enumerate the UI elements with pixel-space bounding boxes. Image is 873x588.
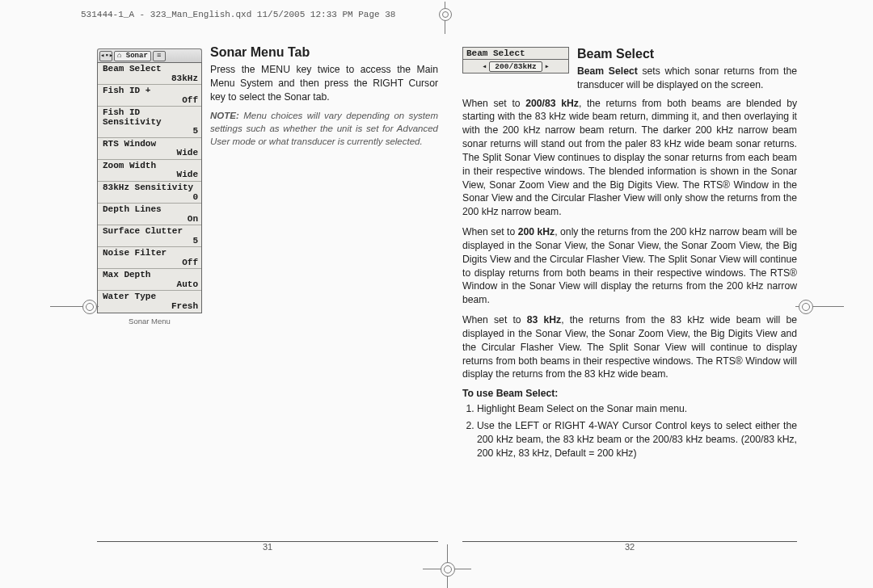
- menu-row: RTS WindowWide: [98, 138, 201, 160]
- para-200: When set to 200 kHz, only the returns fr…: [462, 225, 797, 307]
- reg-mark-left: [50, 282, 99, 330]
- step-item: Use the LEFT or RIGHT 4-WAY Cursor Contr…: [477, 419, 797, 460]
- lead-bold: Beam Select: [577, 65, 638, 77]
- menu-row: Depth LinesOn: [98, 204, 201, 225]
- to-use-heading: To use Beam Select:: [462, 388, 797, 399]
- note-label: NOTE:: [210, 111, 239, 120]
- page-number-left: 31: [97, 542, 438, 552]
- reg-mark-top: [437, 2, 452, 34]
- tab-icon-right: ≡: [153, 51, 166, 61]
- right-page: Beam Select ◂ 200/83kHz ▸ Beam Select Be…: [462, 40, 797, 552]
- menu-row: Beam Select83kHz: [98, 63, 201, 85]
- beam-select-header: Beam Select: [462, 47, 569, 60]
- menu-row: Water TypeFresh: [98, 291, 201, 312]
- beam-select-value: 200/83kHz: [489, 61, 542, 72]
- note-text: Menu choices will vary depending on syst…: [210, 111, 438, 146]
- menu-row: Fish ID Sensitivity5: [98, 107, 201, 138]
- step-item: Highlight Beam Select on the Sonar main …: [477, 402, 797, 416]
- menu-row: Max DepthAuto: [98, 269, 201, 291]
- left-page: ◂▪▸ ⌂ Sonar ≡ Beam Select83kHz Fish ID +…: [97, 40, 438, 552]
- arrow-right-icon: ▸: [545, 61, 550, 71]
- sonar-menu-tabs: ◂▪▸ ⌂ Sonar ≡: [97, 48, 202, 62]
- beam-select-widget: Beam Select ◂ 200/83kHz ▸: [462, 47, 569, 74]
- reg-mark-right: [795, 282, 844, 330]
- menu-row: Surface Clutter5: [98, 225, 201, 247]
- menu-row: Zoom WidthWide: [98, 160, 201, 182]
- arrow-left-icon: ◂: [482, 61, 487, 71]
- para-200-83: When set to 200/83 kHz, the returns from…: [462, 97, 797, 219]
- para-83: When set to 83 kHz, the returns from the…: [462, 313, 797, 381]
- menu-row: 83kHz Sensitivity0: [98, 182, 201, 204]
- tab-sonar: ⌂ Sonar: [114, 51, 151, 61]
- menu-row: Noise FilterOff: [98, 247, 201, 269]
- page-number-right: 32: [462, 542, 797, 552]
- steps-list: Highlight Beam Select on the Sonar main …: [477, 402, 797, 460]
- print-slug: 531444-1_A - 323_Man_English.qxd 11/5/20…: [81, 10, 395, 19]
- tab-icon-left: ◂▪▸: [99, 51, 112, 61]
- menu-row: Fish ID +Off: [98, 85, 201, 107]
- beam-select-value-row: ◂ 200/83kHz ▸: [462, 60, 569, 74]
- right-lead: Beam Select sets which sonar returns fro…: [577, 65, 797, 92]
- right-heading: Beam Select: [577, 47, 797, 61]
- sonar-menu-body: Beam Select83kHz Fish ID +Off Fish ID Se…: [97, 62, 202, 313]
- sonar-menu-caption: Sonar Menu: [97, 317, 202, 326]
- reg-mark-bottom: [423, 544, 471, 588]
- sonar-menu-screenshot: ◂▪▸ ⌂ Sonar ≡ Beam Select83kHz Fish ID +…: [97, 48, 202, 326]
